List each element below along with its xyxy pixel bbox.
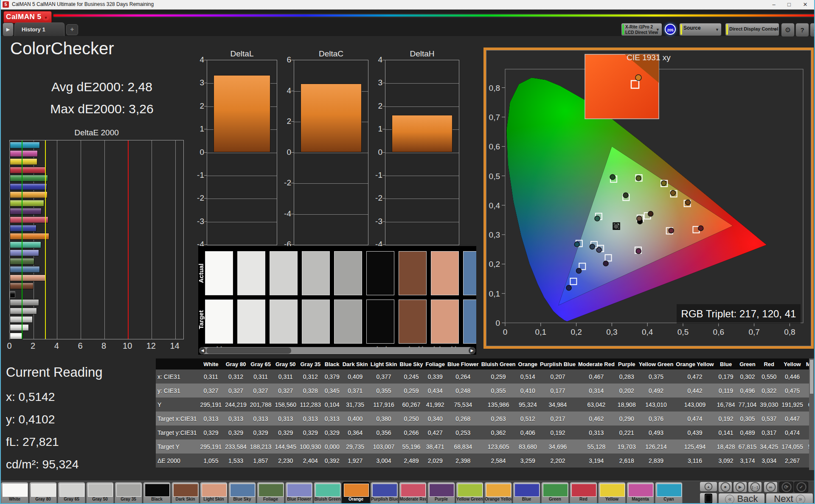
- patch-tile-label: Red: [570, 497, 597, 501]
- next-button[interactable]: Next »: [766, 493, 813, 504]
- swatch-scrollbar[interactable]: ◀ ▶: [199, 347, 475, 354]
- value-cell: 38,471: [424, 440, 446, 454]
- patch-tile-Dark Skin[interactable]: Dark Skin: [171, 482, 199, 504]
- patch-tile-Moderate Red[interactable]: Moderate Red: [399, 482, 427, 504]
- back-button[interactable]: « Back: [718, 493, 765, 504]
- reading-x: x: 0,5142: [6, 390, 55, 404]
- gridline: [385, 83, 459, 84]
- measure-range-button[interactable]: [↔]: [748, 482, 762, 493]
- window-title: CalMAN 5 CalMAN Ultimate for Business 32…: [12, 1, 154, 7]
- help-button[interactable]: ?: [795, 23, 809, 37]
- value-cell: 0,328: [298, 384, 323, 398]
- continuous-measure-button[interactable]: ∞: [764, 482, 778, 493]
- table-scrollbar[interactable]: [809, 358, 814, 470]
- gridline: [385, 176, 459, 176]
- patch-tile-Light Skin[interactable]: Light Skin: [200, 482, 228, 504]
- patch-tile-Gray 35[interactable]: Gray 35: [115, 482, 142, 504]
- scroll-left-icon[interactable]: ◀: [199, 347, 206, 354]
- scroll-right-icon[interactable]: ▶: [469, 347, 475, 354]
- patch-tile-Blue[interactable]: Blue: [513, 482, 540, 504]
- y-tick-label: 2: [368, 101, 382, 111]
- y-tick-label: 0: [277, 148, 291, 157]
- patch-tile-Green[interactable]: Green: [541, 482, 569, 504]
- value-cell: 0,313: [223, 412, 248, 426]
- header: CalMAN 5▼ ▶ History 1 + X-Rite i1Pro 2 L…: [0, 9, 815, 36]
- meter-dropdown[interactable]: X-Rite i1Pro 2 LCD Direct View ▼: [621, 23, 662, 36]
- value-cell: 126,214: [638, 440, 675, 454]
- scrollbar-thumb[interactable]: [810, 360, 813, 394]
- scrollbar-thumb[interactable]: [206, 347, 291, 354]
- settings-button[interactable]: ⚙: [781, 23, 795, 37]
- stop-button[interactable]: ■: [718, 482, 732, 493]
- patch-tile-Orange[interactable]: Orange: [342, 482, 370, 504]
- tick: [204, 60, 207, 60]
- minimize-button[interactable]: –: [767, 0, 781, 9]
- patch-tile-Gray 50[interactable]: Gray 50: [86, 482, 114, 504]
- value-cell: 0,340: [424, 412, 446, 426]
- value-cell: 158,560: [273, 398, 298, 412]
- gridline: [175, 140, 176, 339]
- tick: [382, 152, 385, 153]
- patch-tile-Orange Yellow[interactable]: Orange Yellow: [484, 482, 512, 504]
- patch-tile-Blue Sky[interactable]: Blue Sky: [228, 482, 256, 504]
- maximize-button[interactable]: □: [782, 0, 796, 9]
- value-cell: 117,916: [369, 398, 399, 412]
- page-title: ColorChecker: [10, 39, 114, 58]
- patch-tile-Blue Flower[interactable]: Blue Flower: [285, 482, 313, 504]
- cie-x-tick: 0,5: [677, 328, 689, 336]
- patch-tile-Magenta[interactable]: Magenta: [627, 482, 654, 504]
- patch-tile-Yellow[interactable]: Yellow: [598, 482, 626, 504]
- refresh-button[interactable]: ⟳: [779, 482, 793, 493]
- deltae-bar-Moderate Red: [10, 216, 48, 223]
- source-dropdown[interactable]: Source ▼: [679, 23, 722, 36]
- collapse-panel-button[interactable]: ◀: [810, 23, 815, 37]
- value-cell: 0,327: [248, 384, 273, 398]
- patch-chip: [458, 484, 483, 497]
- patch-tile-Cyan[interactable]: Cyan: [655, 482, 683, 504]
- value-cell: 31,735: [341, 398, 369, 412]
- deltae-bar-Green: [10, 175, 48, 182]
- patch-tile-White[interactable]: White: [1, 482, 28, 504]
- patch-tile-Black[interactable]: Black: [143, 482, 171, 504]
- pattern-window-button[interactable]: [700, 493, 717, 504]
- play-button[interactable]: ▶: [733, 482, 747, 493]
- accept-button[interactable]: ✓: [794, 482, 808, 493]
- value-cell: 3,116: [674, 454, 715, 468]
- add-tab-button[interactable]: +: [66, 24, 78, 35]
- value-cell: 16,784: [715, 398, 737, 412]
- deltae2000-chart: [9, 140, 184, 339]
- patch-tile-Yellow Green[interactable]: Yellow Green: [456, 482, 483, 504]
- tab-scroll-button[interactable]: ▶: [3, 22, 14, 36]
- infinity-icon: ∞: [766, 482, 776, 492]
- calman-logo-menu[interactable]: CalMAN 5▼: [3, 11, 52, 23]
- value-cell: 63,042: [577, 398, 616, 412]
- value-cell: 0,192: [539, 426, 577, 440]
- patch-tile-label: Gray 50: [87, 497, 113, 501]
- pattern-up-button[interactable]: ▲: [700, 482, 717, 492]
- patch-tile-Gray 80[interactable]: Gray 80: [29, 482, 57, 504]
- patch-tile-Foliage[interactable]: Foliage: [257, 482, 284, 504]
- display-control-dropdown[interactable]: Direct Display Control ▼: [725, 23, 779, 36]
- stop-icon: ■: [720, 482, 730, 492]
- chevron-down-icon: ▼: [773, 28, 777, 32]
- max-de2000: Max dE2000: 3,26: [4, 102, 200, 116]
- patch-tile-Purplish Blue[interactable]: Purplish Blue: [371, 482, 398, 504]
- patch-tile-Red[interactable]: Red: [570, 482, 597, 504]
- gridline: [57, 140, 57, 339]
- value-cell: 0,474: [780, 426, 805, 440]
- patch-chip: [59, 484, 84, 497]
- value-cell: 174,055: [780, 440, 805, 454]
- actual-swatch-White: [205, 251, 233, 295]
- cie-actual-Blue: [566, 286, 571, 291]
- table-row: Target y:CIE310,3290,3290,3290,3290,3290…: [156, 426, 815, 440]
- up-arrow-icon: ▲: [705, 483, 713, 491]
- close-button[interactable]: ✕: [798, 0, 812, 9]
- tick: [204, 106, 207, 106]
- deltae-bar-Purple: [10, 208, 42, 215]
- patch-tile-Purple[interactable]: Purple: [427, 482, 455, 504]
- patch-tile-Bluish Green[interactable]: Bluish Green: [314, 482, 341, 504]
- tab-history-1[interactable]: History 1: [14, 22, 65, 36]
- patch-tile-Gray 65[interactable]: Gray 65: [58, 482, 85, 504]
- value-cell: 0,377: [369, 370, 399, 384]
- patch-chip: [173, 484, 198, 497]
